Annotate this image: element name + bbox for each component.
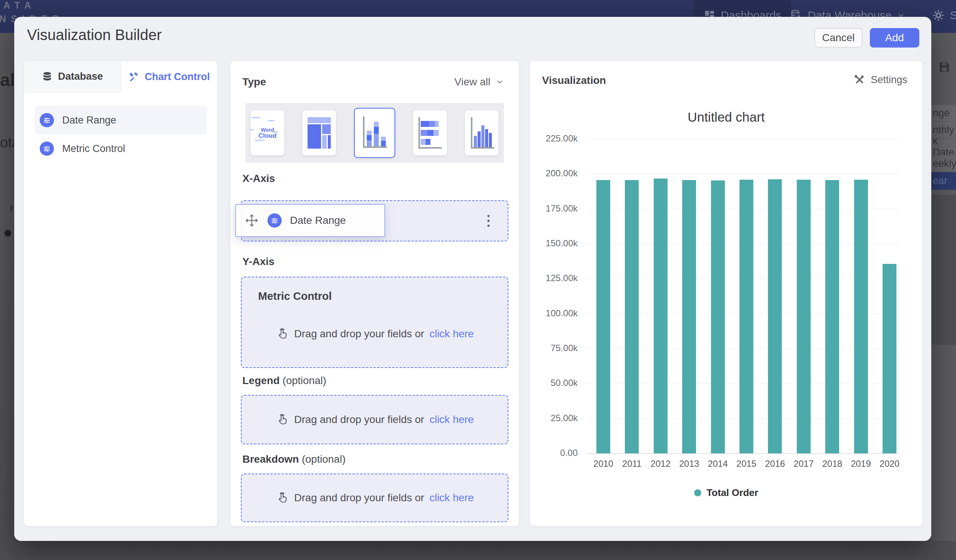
- chart-plot: 225.00k200.00k175.00k150.00k125.00k100.0…: [530, 61, 922, 526]
- x-axis-tick-label: 2016: [761, 458, 789, 469]
- background-dropdown-item: k Date: [931, 138, 956, 155]
- background-dropdown-item: nge: [931, 105, 956, 122]
- kebab-menu-icon[interactable]: [487, 215, 490, 227]
- type-card-stacked-bar[interactable]: [413, 110, 447, 155]
- legend-series-label: Total Order: [706, 487, 758, 499]
- tap-icon: [275, 491, 289, 505]
- x-axis-tick-label: 2020: [876, 458, 904, 469]
- drop-hint: Drag and drop your fields or click here: [275, 413, 473, 427]
- legend-swatch: [694, 489, 701, 496]
- x-axis-tick-label: 2014: [703, 458, 732, 469]
- breakdown-heading: Breakdown (optional): [242, 453, 345, 465]
- drop-hint-text: Drag and drop your fields or: [294, 492, 424, 504]
- tab-chart-control[interactable]: Chart Control: [121, 61, 218, 93]
- view-all-label: View all: [454, 76, 491, 88]
- modal-title: Visualization Builder: [27, 27, 162, 44]
- y-axis-tick-label: 0.00: [530, 448, 578, 458]
- background-fragment: [931, 195, 956, 345]
- database-icon: [42, 71, 53, 82]
- type-card-word-cloud[interactable]: Word Cloud: [251, 110, 284, 155]
- background-dropdown-item: eekly: [931, 155, 956, 172]
- modal-actions: Cancel Add: [814, 28, 919, 47]
- x-axis-tick-label: 2011: [618, 458, 646, 469]
- x-axis-tick-label: 2017: [789, 458, 818, 469]
- legend-heading: Legend (optional): [242, 375, 326, 387]
- type-heading: Type: [242, 76, 266, 88]
- legend-dropzone[interactable]: Drag and drop your fields or click here: [241, 395, 508, 444]
- chart-bar: [882, 264, 896, 453]
- x-axis-tick-label: 2019: [847, 458, 875, 469]
- x-axis-tick-label: 2010: [589, 458, 618, 469]
- chevron-down-icon: [495, 78, 504, 86]
- click-here-link[interactable]: click here: [429, 492, 473, 504]
- click-here-link[interactable]: click here: [429, 414, 473, 426]
- y-axis-tick-label: 100.00k: [530, 308, 578, 318]
- chart-bar: [711, 180, 725, 453]
- x-axis-tick-label: 2015: [732, 458, 761, 469]
- x-axis-tick-label: 2012: [646, 458, 675, 469]
- background-dropdown-item: ear: [931, 172, 956, 190]
- fields-panel: Database Chart Control Date Range Metric…: [24, 61, 217, 526]
- list-item-metric-control[interactable]: Metric Control: [35, 134, 207, 163]
- background-text-fragment: al: [0, 70, 15, 90]
- sliders-icon: [40, 141, 54, 156]
- tap-icon: [275, 327, 289, 340]
- chart-bar: [825, 180, 839, 453]
- tab-database-label: Database: [58, 71, 103, 82]
- stacked-column-thumbnail: [362, 116, 388, 150]
- y-axis-tick-label: 225.00k: [530, 133, 578, 144]
- background-right-sliver: ngenthlyk Dateeeklyear: [931, 33, 956, 541]
- breakdown-dropzone[interactable]: Drag and drop your fields or click here: [241, 474, 508, 522]
- chart-legend[interactable]: Total Order: [530, 487, 922, 499]
- visualization-panel: Visualization Settings Untitled chart 22…: [530, 61, 922, 526]
- y-axis-heading: Y-Axis: [242, 256, 275, 268]
- x-axis-tick-label: 2018: [818, 458, 847, 469]
- drop-hint: Drag and drop your fields or click here: [275, 491, 473, 505]
- sliders-icon: [40, 113, 54, 127]
- tab-chart-control-label: Chart Control: [145, 71, 210, 83]
- tab-database[interactable]: Database: [24, 61, 121, 93]
- gridline: [586, 139, 899, 139]
- chart-bar: [739, 180, 753, 453]
- click-here-link[interactable]: click here: [429, 328, 473, 340]
- chart-bar: [654, 179, 668, 453]
- sliders-icon: [267, 213, 282, 227]
- chart-bar: [854, 180, 868, 453]
- breakdown-optional-label: (optional): [302, 453, 346, 465]
- move-icon: [244, 213, 259, 228]
- stacked-bar-thumbnail: [418, 116, 442, 149]
- chart-bar: [682, 180, 696, 453]
- chart-type-strip: Word Cloud: [245, 103, 504, 163]
- tap-icon: [275, 413, 289, 427]
- y-axis-tick-label: 125.00k: [530, 273, 578, 283]
- y-axis-dropzone[interactable]: Metric Control Drag and drop your fields…: [241, 277, 508, 368]
- chart-bar: [625, 180, 639, 453]
- word-cloud-thumbnail: Word Cloud: [258, 127, 277, 139]
- view-all-dropdown[interactable]: View all: [454, 76, 504, 88]
- type-card-treemap[interactable]: [302, 110, 336, 155]
- add-button[interactable]: Add: [870, 28, 919, 47]
- dragged-field-label: Date Range: [290, 215, 346, 226]
- dragged-field-date-range[interactable]: Date Range: [235, 204, 385, 237]
- x-axis-heading: X-Axis: [242, 173, 275, 185]
- nav-settings-label: Settings: [950, 9, 956, 22]
- x-axis-tick-label: 2013: [675, 458, 703, 469]
- background-dropdown-item: nthly: [931, 122, 956, 138]
- drop-hint-text: Drag and drop your fields or: [294, 414, 424, 426]
- chart-control-list: Date Range Metric Control: [24, 93, 217, 163]
- builder-panel: Type View all Word Cloud: [230, 61, 519, 526]
- chart-bar: [768, 179, 782, 453]
- treemap-thumbnail: [308, 117, 331, 149]
- type-card-stacked-column[interactable]: [354, 108, 395, 158]
- background-dropdown-list: ngenthlyk Dateeeklyear: [931, 105, 956, 190]
- y-axis-tick-label: 25.00k: [530, 413, 578, 424]
- column-thumbnail: [469, 116, 494, 149]
- cancel-button[interactable]: Cancel: [814, 28, 862, 47]
- list-item-date-range[interactable]: Date Range: [35, 106, 207, 134]
- y-axis-tick-label: 175.00k: [530, 203, 578, 214]
- drop-hint-text: Drag and drop your fields or: [294, 328, 424, 340]
- type-card-column[interactable]: [465, 110, 498, 155]
- gridline: [586, 174, 899, 174]
- y-axis-tick-label: 75.00k: [530, 343, 578, 353]
- list-item-label: Metric Control: [62, 143, 125, 155]
